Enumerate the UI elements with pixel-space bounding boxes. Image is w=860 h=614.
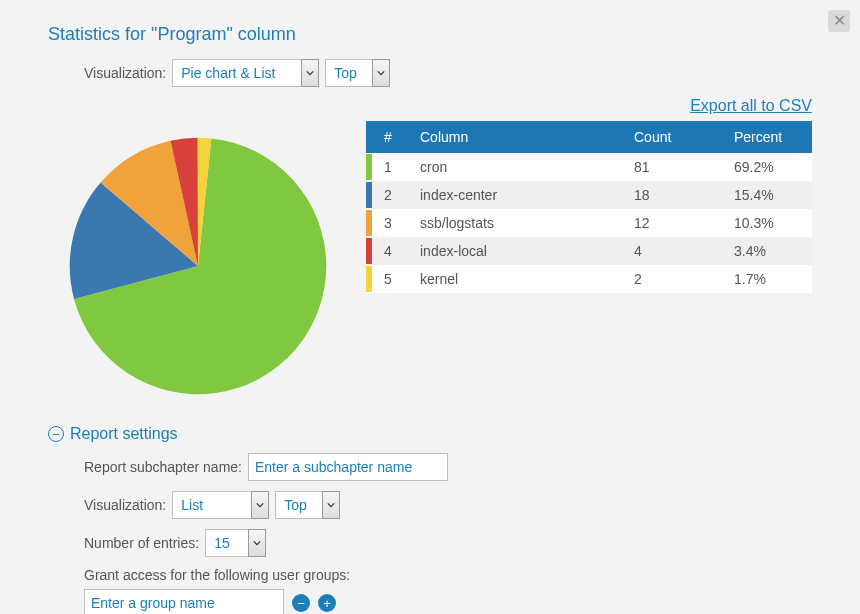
cell-index: 5 <box>372 265 408 293</box>
visualization-label: Visualization: <box>84 65 166 81</box>
visualization-type-select[interactable]: Pie chart & List <box>172 59 302 87</box>
table-row: 1cron8169.2% <box>366 153 812 181</box>
group-name-input[interactable] <box>84 589 284 614</box>
table-row: 5kernel21.7% <box>366 265 812 293</box>
report-vis-type-select[interactable]: List <box>172 491 252 519</box>
plus-icon: + <box>323 596 331 611</box>
entries-select[interactable]: 15 <box>205 529 249 557</box>
chevron-down-icon[interactable] <box>248 529 266 557</box>
minus-icon: − <box>297 596 305 611</box>
cell-name: ssb/logstats <box>408 209 622 237</box>
chevron-down-icon[interactable] <box>301 59 319 87</box>
export-csv-link[interactable]: Export all to CSV <box>690 97 812 114</box>
cell-percent: 15.4% <box>722 181 812 209</box>
cell-index: 3 <box>372 209 408 237</box>
report-settings-heading: Report settings <box>70 425 178 443</box>
stats-table: # Column Count Percent 1cron8169.2%2inde… <box>366 121 812 293</box>
page-title: Statistics for "Program" column <box>48 24 812 45</box>
cell-percent: 1.7% <box>722 265 812 293</box>
cell-percent: 69.2% <box>722 153 812 181</box>
table-row: 2index-center1815.4% <box>366 181 812 209</box>
col-index: # <box>372 121 408 153</box>
close-icon: ✕ <box>833 13 846 29</box>
col-percent: Percent <box>722 121 812 153</box>
remove-group-button[interactable]: − <box>292 594 310 612</box>
table-row: 4index-local43.4% <box>366 237 812 265</box>
pie-chart <box>63 131 333 401</box>
report-visualization-label: Visualization: <box>84 497 166 513</box>
add-group-button[interactable]: + <box>318 594 336 612</box>
cell-percent: 3.4% <box>722 237 812 265</box>
table-row: 3ssb/logstats1210.3% <box>366 209 812 237</box>
collapse-icon: − <box>48 426 64 442</box>
cell-name: index-center <box>408 181 622 209</box>
cell-name: index-local <box>408 237 622 265</box>
report-settings-toggle[interactable]: − Report settings <box>48 425 812 443</box>
cell-count: 2 <box>622 265 722 293</box>
report-vis-direction-select[interactable]: Top <box>275 491 323 519</box>
cell-percent: 10.3% <box>722 209 812 237</box>
cell-index: 2 <box>372 181 408 209</box>
col-column: Column <box>408 121 622 153</box>
entries-label: Number of entries: <box>84 535 199 551</box>
chevron-down-icon[interactable] <box>251 491 269 519</box>
cell-count: 12 <box>622 209 722 237</box>
groups-label: Grant access for the following user grou… <box>84 567 350 583</box>
cell-name: kernel <box>408 265 622 293</box>
cell-count: 18 <box>622 181 722 209</box>
cell-count: 4 <box>622 237 722 265</box>
cell-index: 1 <box>372 153 408 181</box>
cell-index: 4 <box>372 237 408 265</box>
chevron-down-icon[interactable] <box>322 491 340 519</box>
chevron-down-icon[interactable] <box>372 59 390 87</box>
subchapter-name-label: Report subchapter name: <box>84 459 242 475</box>
cell-name: cron <box>408 153 622 181</box>
close-button[interactable]: ✕ <box>828 10 850 32</box>
col-count: Count <box>622 121 722 153</box>
cell-count: 81 <box>622 153 722 181</box>
subchapter-name-input[interactable] <box>248 453 448 481</box>
visualization-direction-select[interactable]: Top <box>325 59 373 87</box>
